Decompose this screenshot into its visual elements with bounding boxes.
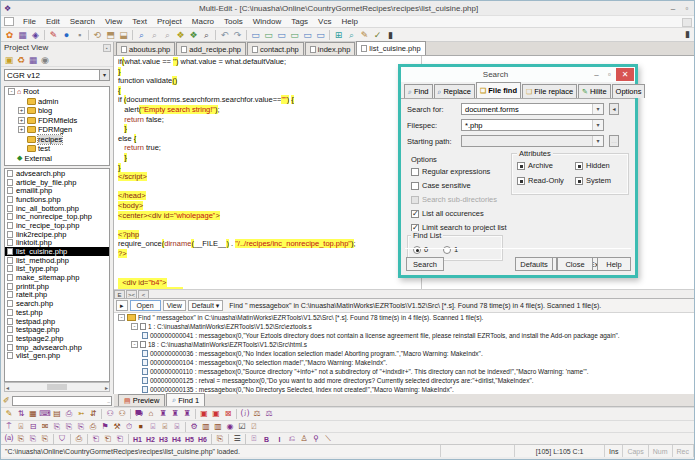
menu-vcs[interactable]: Vcs	[313, 17, 336, 26]
tree-item-fdrmgen[interactable]: +FDRMgen	[5, 125, 109, 135]
globe-icon[interactable]: ●	[60, 29, 73, 41]
file-item[interactable]: inc_recipe_top.php	[5, 221, 109, 230]
check-icon[interactable]: ✓	[371, 29, 384, 41]
sort-icon[interactable]: ⇅	[15, 408, 27, 420]
dialog-tab-hilite[interactable]: ✎Hilite	[578, 84, 611, 98]
insert-mode-indicator[interactable]: Ins	[605, 445, 623, 457]
frame-1-icon[interactable]: ▣	[198, 408, 210, 420]
menu-view[interactable]: View	[100, 17, 127, 26]
file-item[interactable]: search.php	[5, 299, 109, 308]
menu-tags[interactable]: Tags	[286, 17, 313, 26]
h2-icon[interactable]: H2	[144, 436, 157, 443]
run-icon[interactable]: ▮	[384, 29, 397, 41]
home-icon[interactable]: ⌂	[145, 408, 157, 420]
image-icon[interactable]: ▦	[27, 408, 39, 420]
file-list-scrollbar[interactable]: ◂ ▸	[4, 382, 110, 392]
open-project-icon[interactable]: ▣	[3, 54, 15, 66]
window-v-icon[interactable]: ▭	[314, 29, 327, 41]
menu-project[interactable]: Project	[152, 17, 187, 26]
document-icon[interactable]	[4, 17, 14, 26]
project-info-icon[interactable]: ◉	[39, 54, 51, 66]
h3-icon[interactable]: H3	[157, 436, 170, 443]
find-result-row[interactable]: 000000000104 : messagebox(0,"No selectio…	[114, 358, 694, 367]
file-item[interactable]: link2recipe.php	[5, 230, 109, 239]
mode-dropdown[interactable]: Default ▾	[188, 300, 224, 311]
tree-expander-icon[interactable]: +	[18, 126, 25, 133]
attribute-checkbox[interactable]: Read-Only	[517, 176, 564, 185]
file-item[interactable]: testpad.php	[5, 317, 109, 326]
dialog-tab-file-replace[interactable]: ❏File replace	[522, 84, 577, 98]
editor-tab-contact.php[interactable]: contact.php	[247, 42, 304, 55]
frame-2-icon[interactable]: ▣	[210, 408, 222, 420]
vehicle-icon[interactable]: ⛟	[133, 408, 145, 420]
command-input[interactable]: –	[12, 396, 112, 406]
editor-tab-aboutus.php[interactable]: aboutus.php	[116, 42, 175, 55]
scroll-thumb[interactable]	[47, 384, 67, 390]
file-item[interactable]: test.php	[5, 308, 109, 317]
tree-expander-icon[interactable]: +	[18, 107, 25, 114]
project-chart-icon[interactable]: ▦	[27, 54, 39, 66]
tree-expander-icon[interactable]: -	[131, 341, 138, 348]
stamp-1-icon[interactable]: ⚖	[251, 408, 263, 420]
menu-tools[interactable]: Tools	[219, 17, 248, 26]
open-icon[interactable]: ▦	[16, 29, 29, 41]
save-icon[interactable]: ◈	[29, 29, 42, 41]
find-prev-icon[interactable]: ⌕	[148, 29, 161, 41]
file-item[interactable]: article_by_file.php	[5, 178, 109, 187]
pin-icon[interactable]: ✎	[47, 29, 60, 41]
small-tool-icon[interactable]: ▪	[73, 29, 86, 41]
tree-expander-icon[interactable]: -	[118, 314, 125, 321]
file-item[interactable]: linktoit.php	[5, 239, 109, 248]
search-for-input[interactable]: document.forms▾	[461, 103, 604, 115]
dialog-tab-find[interactable]: ⌕Find	[404, 84, 433, 98]
tree-item-fdrmfields[interactable]: +FDRMfields	[5, 116, 109, 126]
find-result-row[interactable]: 000000000110 : messagebox(0,"Source dire…	[114, 367, 694, 376]
cut-icon[interactable]: ⟲	[91, 29, 104, 41]
italic-icon[interactable]: I	[273, 436, 286, 443]
macro-folder-icon[interactable]: ✐	[3, 396, 10, 405]
table-3-icon[interactable]: ♜	[181, 408, 193, 420]
output-tab-find-1[interactable]: ⌕Find 1	[166, 393, 205, 406]
draw-icon[interactable]: ✎	[3, 408, 15, 420]
find-next-icon[interactable]: ⌕	[161, 29, 174, 41]
h1-icon[interactable]: H1	[131, 436, 144, 443]
tree-item-external[interactable]: ◆External	[5, 154, 109, 164]
menu-window[interactable]: Window	[248, 17, 286, 26]
file-item[interactable]: vlist_gen.php	[5, 351, 109, 360]
close-button[interactable]: Close	[557, 257, 593, 271]
toolbar-end-icon[interactable]: ▮	[685, 29, 690, 39]
h6-icon[interactable]: H6	[196, 436, 209, 443]
calendar-icon[interactable]: ▤	[51, 408, 63, 420]
find-icon[interactable]: ⌕	[135, 29, 148, 41]
file-item[interactable]: list_type.php	[5, 265, 109, 274]
binoculars-2-icon[interactable]: ⚇	[116, 408, 128, 420]
attribute-checkbox[interactable]: System	[575, 176, 611, 185]
find-list-radio[interactable]: 1	[443, 245, 458, 254]
file-item[interactable]: advsearch.php	[5, 169, 109, 178]
tree-item-test[interactable]: test	[5, 144, 109, 154]
menu-edit[interactable]: Edit	[41, 17, 65, 26]
hilite-icon[interactable]: ❖	[174, 29, 187, 41]
file-item[interactable]: list_method.php	[5, 256, 109, 265]
output-tab-preview[interactable]: ▤Preview	[118, 394, 165, 406]
option-checkbox[interactable]: Case sensitive	[411, 181, 471, 190]
editor-tab-add_recipe.php[interactable]: add_recipe.php	[176, 42, 246, 55]
table-1-icon[interactable]: ♜	[157, 408, 169, 420]
file-item[interactable]: tmp_advsearch.php	[5, 343, 109, 352]
find-list-radio[interactable]: 0	[413, 245, 428, 254]
file-item[interactable]: testpage2.php	[5, 334, 109, 343]
find-result-row[interactable]: 000000000036 : messagebox(0,"No Index lo…	[114, 349, 694, 358]
menu-search[interactable]: Search	[65, 17, 100, 26]
option-checkbox[interactable]: Regular expressions	[411, 167, 490, 176]
dialog-tab-options[interactable]: Options	[612, 84, 646, 98]
chevron-down-icon[interactable]: ▾	[592, 104, 603, 114]
tree-item-root[interactable]: -⌂Root	[5, 87, 109, 97]
edit-macro-icon[interactable]: ✎	[358, 29, 371, 41]
menu-macro[interactable]: Macro	[187, 17, 219, 26]
dialog-title-bar[interactable]: Search – ▫ ✕	[401, 67, 635, 82]
menu-text[interactable]: Text	[127, 17, 152, 26]
arrow-tool-icon[interactable]: ➳	[75, 408, 87, 420]
file-item[interactable]: emailit.php	[5, 186, 109, 195]
window-tile-icon[interactable]: ▭	[262, 29, 275, 41]
open-button[interactable]: Open	[130, 300, 161, 311]
